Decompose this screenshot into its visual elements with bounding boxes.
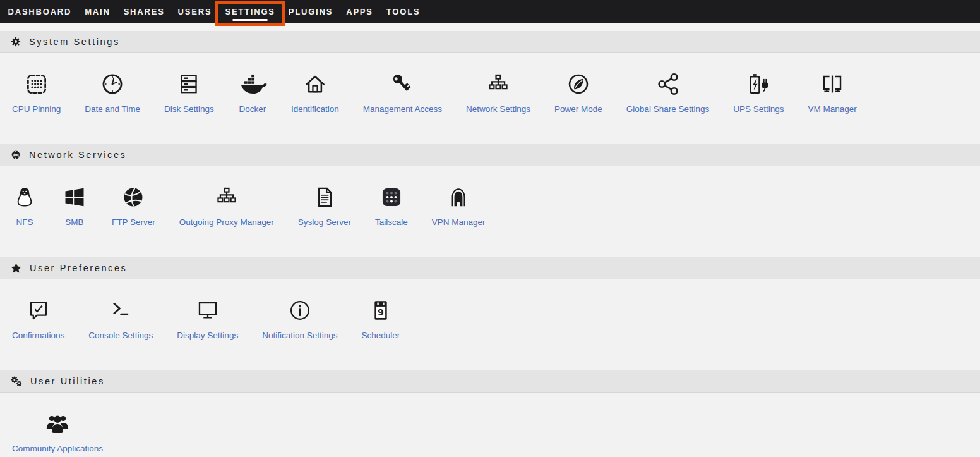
nav-item-users[interactable]: USERS <box>171 0 218 23</box>
settings-item-global-share-settings[interactable]: Global Share Settings <box>614 71 721 114</box>
globe-icon <box>11 150 21 160</box>
section-title-user-preferences: User Preferences <box>30 263 127 273</box>
globe-sphere-icon <box>120 184 146 210</box>
section-user-utilities: User UtilitiesCommunity Applications <box>0 370 980 453</box>
item-label-confirmations: Confirmations <box>12 331 64 340</box>
nav-item-main[interactable]: MAIN <box>78 0 117 23</box>
section-network-services: Network ServicesNFSSMBFTP ServerOutgoing… <box>0 144 980 227</box>
item-label-smb: SMB <box>65 217 83 227</box>
item-label-date-and-time: Date and Time <box>85 104 140 114</box>
terminal-icon <box>107 297 134 324</box>
settings-page: System SettingsCPU PinningDate and TimeD… <box>0 23 980 453</box>
key-icon <box>389 71 415 97</box>
settings-item-ftp-server[interactable]: FTP Server <box>100 184 167 227</box>
item-label-syslog-server: Syslog Server <box>298 217 351 227</box>
item-label-global-share-settings: Global Share Settings <box>626 104 709 114</box>
item-label-display-settings: Display Settings <box>177 331 238 340</box>
settings-item-display-settings[interactable]: Display Settings <box>165 297 250 340</box>
tailscale-icon <box>378 184 405 210</box>
info-circle-icon <box>287 297 313 324</box>
calendar-icon: 9 <box>368 297 394 324</box>
item-label-scheduler: Scheduler <box>361 331 400 340</box>
settings-item-scheduler[interactable]: 9Scheduler <box>349 297 412 340</box>
file-lines-icon <box>311 184 338 210</box>
tux-penguin-icon <box>12 184 37 210</box>
settings-item-smb[interactable]: SMB <box>49 184 100 227</box>
settings-item-syslog-server[interactable]: Syslog Server <box>286 184 363 227</box>
monitor-icon <box>194 297 221 324</box>
nav-item-tools[interactable]: TOOLS <box>379 0 427 23</box>
settings-item-vm-manager[interactable]: VM Manager <box>796 71 869 114</box>
item-label-community-applications: Community Applications <box>12 444 103 453</box>
svg-text:9: 9 <box>378 307 384 317</box>
vm-monitors-icon <box>819 71 846 97</box>
section-header-user-preferences: User Preferences <box>0 257 980 279</box>
nav-item-apps[interactable]: APPS <box>340 0 380 23</box>
settings-item-community-applications[interactable]: Community Applications <box>0 410 115 453</box>
share-nodes-icon <box>655 71 681 97</box>
settings-item-confirmations[interactable]: Confirmations <box>0 297 76 340</box>
gears-icon <box>11 376 22 387</box>
house-icon <box>302 71 328 97</box>
cpu-pinning-icon <box>23 71 50 97</box>
settings-item-tailscale[interactable]: Tailscale <box>363 184 420 227</box>
section-header-system-settings: System Settings <box>0 31 980 53</box>
item-label-vm-manager: VM Manager <box>808 104 857 114</box>
item-label-docker: Docker <box>239 104 266 114</box>
settings-item-outgoing-proxy-manager[interactable]: Outgoing Proxy Manager <box>167 184 286 227</box>
sitemap-icon <box>213 184 240 210</box>
section-user-preferences: User PreferencesConfirmationsConsole Set… <box>0 257 980 340</box>
settings-item-cpu-pinning[interactable]: CPU Pinning <box>0 71 73 114</box>
item-label-ups-settings: UPS Settings <box>733 104 784 114</box>
star-icon <box>11 263 21 273</box>
settings-item-network-settings[interactable]: Network Settings <box>454 71 542 114</box>
icon-grid-user-preferences: ConfirmationsConsole SettingsDisplay Set… <box>0 279 980 340</box>
item-label-network-settings: Network Settings <box>466 104 530 114</box>
disks-icon <box>176 71 202 97</box>
settings-item-power-mode[interactable]: Power Mode <box>542 71 614 114</box>
section-header-network-services: Network Services <box>0 144 980 166</box>
item-label-power-mode: Power Mode <box>554 104 602 114</box>
sitemap-icon <box>485 71 511 97</box>
top-nav: DASHBOARDMAINSHARESUSERSSETTINGSPLUGINSA… <box>0 0 980 23</box>
vpn-hood-icon <box>445 184 472 210</box>
item-label-cpu-pinning: CPU Pinning <box>12 104 61 114</box>
settings-item-management-access[interactable]: Management Access <box>351 71 454 114</box>
gear-icon <box>11 37 21 47</box>
item-label-notification-settings: Notification Settings <box>262 331 337 340</box>
settings-item-date-and-time[interactable]: Date and Time <box>73 71 152 114</box>
leaf-icon <box>565 71 592 97</box>
settings-item-nfs[interactable]: NFS <box>0 184 49 227</box>
docker-icon <box>238 71 267 97</box>
settings-item-ups-settings[interactable]: UPS Settings <box>721 71 796 114</box>
item-label-tailscale: Tailscale <box>375 217 408 227</box>
item-label-outgoing-proxy-manager: Outgoing Proxy Manager <box>179 217 274 227</box>
nav-item-shares[interactable]: SHARES <box>117 0 171 23</box>
comment-check-icon <box>25 297 52 324</box>
item-label-identification: Identification <box>291 104 339 114</box>
icon-grid-user-utilities: Community Applications <box>0 393 980 453</box>
section-header-user-utilities: User Utilities <box>0 370 980 393</box>
icon-grid-network-services: NFSSMBFTP ServerOutgoing Proxy ManagerSy… <box>0 166 980 227</box>
settings-item-disk-settings[interactable]: Disk Settings <box>152 71 226 114</box>
windows-icon <box>61 184 88 210</box>
section-title-user-utilities: User Utilities <box>30 376 105 386</box>
settings-item-vpn-manager[interactable]: VPN Manager <box>420 184 498 227</box>
section-system-settings: System SettingsCPU PinningDate and TimeD… <box>0 31 980 114</box>
item-label-ftp-server: FTP Server <box>112 217 155 227</box>
section-title-network-services: Network Services <box>29 150 126 160</box>
icon-grid-system-settings: CPU PinningDate and TimeDisk SettingsDoc… <box>0 53 980 114</box>
settings-item-identification[interactable]: Identification <box>279 71 351 114</box>
users-group-icon <box>44 410 71 437</box>
nav-item-settings[interactable]: SETTINGS <box>218 0 282 23</box>
nav-item-dashboard[interactable]: DASHBOARD <box>1 0 78 23</box>
settings-item-console-settings[interactable]: Console Settings <box>76 297 165 340</box>
item-label-nfs: NFS <box>16 217 33 227</box>
item-label-management-access: Management Access <box>363 104 442 114</box>
ups-battery-icon <box>745 71 772 97</box>
item-label-disk-settings: Disk Settings <box>164 104 214 114</box>
settings-item-notification-settings[interactable]: Notification Settings <box>250 297 349 340</box>
nav-item-plugins[interactable]: PLUGINS <box>282 0 339 23</box>
settings-item-docker[interactable]: Docker <box>226 71 279 114</box>
item-label-vpn-manager: VPN Manager <box>432 217 486 227</box>
